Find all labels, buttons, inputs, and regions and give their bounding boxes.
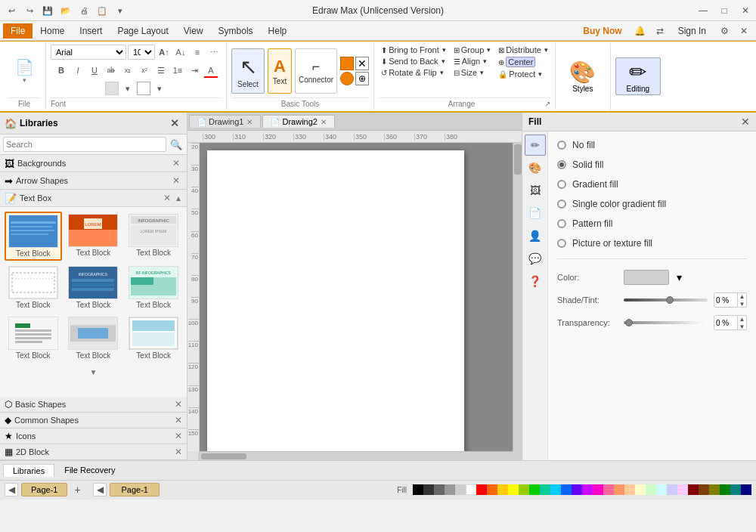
- styles-button[interactable]: 🎨 Styles: [560, 57, 606, 95]
- superscript-btn[interactable]: x²: [137, 63, 152, 78]
- active-page-tab[interactable]: Page-1: [110, 483, 159, 496]
- scrollbar-thumb-v[interactable]: [514, 144, 522, 175]
- prev-active-page-btn[interactable]: ◀: [93, 483, 107, 496]
- backgrounds-header[interactable]: 🖼 Backgrounds ✕: [0, 155, 187, 172]
- more-fill-btn[interactable]: ▾: [120, 81, 135, 96]
- protect-button[interactable]: 🔒 Protect ▾: [496, 69, 550, 79]
- prev-page-btn[interactable]: ◀: [5, 483, 18, 496]
- underline-btn[interactable]: U: [87, 63, 102, 78]
- drawing1-close-btn[interactable]: ✕: [246, 118, 253, 126]
- add-page-btn[interactable]: +: [70, 483, 84, 496]
- icons-section[interactable]: ★ Icons ✕: [0, 428, 187, 444]
- textbox-item-8[interactable]: Text Block: [65, 314, 122, 362]
- canvas-tab-drawing1[interactable]: 📄 Drawing1 ✕: [189, 115, 261, 128]
- redo-button[interactable]: ↪: [21, 2, 38, 19]
- new-file-button[interactable]: 📄 ▾: [8, 56, 41, 86]
- canvas[interactable]: [200, 143, 513, 451]
- swatch-3[interactable]: [445, 484, 455, 495]
- menu-file[interactable]: File: [3, 23, 33, 39]
- textbox-scroll-up[interactable]: ▲: [175, 194, 182, 203]
- line-color-btn[interactable]: [137, 82, 150, 95]
- fill-doc-icon-btn[interactable]: 📄: [525, 203, 546, 224]
- menu-home[interactable]: Home: [33, 23, 72, 39]
- textbox-item-7[interactable]: Text Block: [5, 314, 62, 362]
- swatch-blue[interactable]: [561, 484, 572, 495]
- textbox-item-4[interactable]: Text Block: [5, 264, 62, 311]
- undo-button[interactable]: ↩: [3, 2, 20, 19]
- swatch-maroon[interactable]: [688, 484, 699, 495]
- swatch-light-pink[interactable]: [603, 484, 614, 495]
- notification-icon[interactable]: 🔔: [631, 22, 649, 40]
- arrow-shapes-close-btn[interactable]: ✕: [170, 175, 182, 187]
- transparency-input[interactable]: [714, 319, 737, 327]
- open-button[interactable]: 📂: [57, 2, 74, 19]
- list-btn[interactable]: ☰: [153, 63, 169, 78]
- arrow-shapes-header[interactable]: ➡ Arrow Shapes ✕: [0, 172, 187, 189]
- send-back-dropdown[interactable]: ▾: [442, 57, 445, 65]
- sidebar-close-btn[interactable]: ✕: [167, 116, 182, 131]
- 2d-block-close-btn[interactable]: ✕: [175, 447, 182, 457]
- numbering-btn[interactable]: 1≡: [170, 63, 185, 78]
- swatch-orange[interactable]: [487, 484, 497, 495]
- backgrounds-close-btn[interactable]: ✕: [170, 157, 182, 169]
- crosshair-tool-button[interactable]: ⊕: [355, 72, 369, 85]
- subscript-btn[interactable]: x₂: [120, 63, 135, 78]
- font-color-btn[interactable]: A: [203, 63, 218, 78]
- close-app-icon[interactable]: ✕: [735, 22, 753, 40]
- swatch-pink[interactable]: [593, 484, 603, 495]
- arrange-expand-btn[interactable]: ↗: [544, 100, 550, 108]
- swatch-dark-teal[interactable]: [730, 484, 741, 495]
- strikethrough-btn[interactable]: ab̶: [104, 63, 119, 78]
- swatch-lavender[interactable]: [667, 484, 677, 495]
- swatch-violet[interactable]: [582, 484, 593, 495]
- textbox-item-6[interactable]: BF INFOGRAPHICS Text Block: [125, 264, 182, 311]
- icons-close-btn[interactable]: ✕: [175, 431, 182, 441]
- file-recovery-tab[interactable]: File Recovery: [54, 463, 125, 477]
- menu-page-layout[interactable]: Page Layout: [110, 23, 175, 39]
- swatch-light-peach[interactable]: [624, 484, 635, 495]
- swatch-navy[interactable]: [741, 484, 751, 495]
- settings-icon[interactable]: ⚙: [715, 22, 733, 40]
- fill-option-no-fill[interactable]: No fill: [557, 138, 747, 153]
- basic-shapes-close-btn[interactable]: ✕: [175, 399, 182, 410]
- scrollbar-thumb-h[interactable]: [201, 453, 246, 459]
- swatch-black[interactable]: [413, 484, 423, 495]
- distribute-button[interactable]: ⊠ Distribute ▾: [496, 45, 550, 55]
- sidebar-home-icon[interactable]: 🏠: [5, 118, 17, 129]
- swatch-brown[interactable]: [699, 484, 709, 495]
- fill-option-picture[interactable]: Picture or texture fill: [557, 236, 747, 251]
- transparency-down-btn[interactable]: ▼: [737, 323, 746, 330]
- basic-shapes-section[interactable]: ⬡ Basic Shapes ✕: [0, 397, 187, 413]
- text-tool-button[interactable]: A Text: [268, 48, 292, 94]
- distribute-dropdown[interactable]: ▾: [544, 46, 548, 54]
- protect-dropdown[interactable]: ▾: [538, 70, 542, 78]
- swatch-teal[interactable]: [540, 484, 550, 495]
- rotate-flip-button[interactable]: ↺ Rotate & Flip ▾: [379, 67, 448, 78]
- shade-slider[interactable]: [624, 298, 708, 302]
- center-button[interactable]: ⊕ Center: [496, 56, 550, 68]
- font-family-select[interactable]: Arial: [51, 45, 126, 60]
- sign-in-button[interactable]: Sign In: [671, 23, 714, 39]
- rect-tool-button[interactable]: [340, 57, 354, 70]
- size-button[interactable]: ⊟ Size ▾: [451, 67, 494, 78]
- textbox-item-5[interactable]: INFOGRAPHICS Text Block: [65, 264, 122, 311]
- common-shapes-close-btn[interactable]: ✕: [175, 415, 182, 425]
- swatch-dark-green[interactable]: [720, 484, 730, 495]
- save-button[interactable]: 💾: [39, 2, 56, 19]
- page-1-tab[interactable]: Page-1: [21, 483, 67, 496]
- menu-symbols[interactable]: Symbols: [211, 23, 261, 39]
- swatch-white[interactable]: [466, 484, 476, 495]
- sidebar-search-icon[interactable]: 🔍: [169, 137, 184, 152]
- fill-option-gradient[interactable]: Gradient fill: [557, 177, 747, 192]
- textbox-item-1[interactable]: Text Block: [5, 212, 62, 261]
- font-size-select[interactable]: 10: [128, 45, 155, 60]
- swatch-bright-yellow[interactable]: [508, 484, 519, 495]
- swatch-purple[interactable]: [572, 484, 582, 495]
- bring-front-dropdown[interactable]: ▾: [442, 46, 446, 54]
- text-align-btn[interactable]: ≡: [190, 45, 205, 60]
- fill-color-dropdown[interactable]: ▾: [677, 271, 682, 283]
- swatch-light-cyan[interactable]: [656, 484, 667, 495]
- common-shapes-section[interactable]: ◆ Common Shapes ✕: [0, 413, 187, 428]
- fill-option-solid[interactable]: Solid fill: [557, 157, 747, 172]
- drawing2-close-btn[interactable]: ✕: [321, 118, 327, 126]
